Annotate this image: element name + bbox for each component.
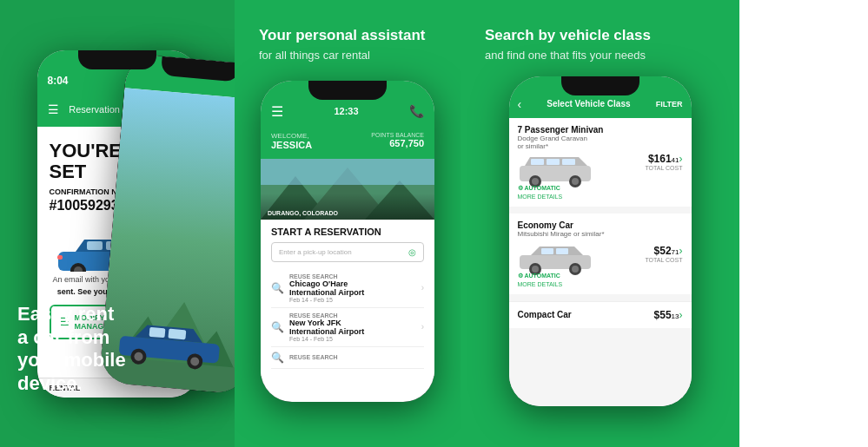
panel-3: Your personal assistant for all things c… xyxy=(235,0,461,447)
panel-3-title: Your personal assistant xyxy=(259,26,436,45)
panel-4-subtitle: and find one that fits your needs xyxy=(485,49,715,62)
points-value: 657,750 xyxy=(371,138,424,148)
reservation-section: START A RESERVATION Enter a pick-up loca… xyxy=(261,220,434,376)
reuse-label-3: REUSE SEARCH xyxy=(289,354,424,360)
vehicle-3-price: $55 xyxy=(654,309,672,321)
vehicle-3-name: Compact Car xyxy=(518,310,635,319)
vehicle-2-chevron-icon: › xyxy=(679,245,683,257)
vehicle-1-price-sup: 41 xyxy=(672,156,679,164)
points-label: POINTS BALANCE xyxy=(371,132,424,138)
svg-rect-28 xyxy=(562,159,575,165)
vehicle-1-model2: or similar* xyxy=(518,142,635,150)
svg-point-37 xyxy=(532,266,539,273)
phone-assistant: ☰ 12:33 📞 WELCOME, JESSICA POINTS BALANC… xyxy=(261,81,434,402)
panel-4: Search by vehicle class and find one tha… xyxy=(461,0,739,447)
vehicle-2-price: $52 xyxy=(654,245,672,257)
vehicle-1-price-label: TOTAL COST xyxy=(635,165,683,171)
panel-3-text: Your personal assistant for all things c… xyxy=(259,26,436,62)
vehicle-1-price-box: $161 41 › TOTAL COST xyxy=(635,153,683,171)
gps-icon: ◎ xyxy=(408,247,416,257)
svg-point-39 xyxy=(572,266,579,273)
phone-call-icon[interactable]: 📞 xyxy=(409,104,424,118)
vehicle-3-chevron-icon: › xyxy=(679,309,683,321)
hamburger-icon[interactable]: ☰ xyxy=(271,103,283,120)
reuse-label-2: REUSE SEARCH xyxy=(289,312,416,319)
phone-time: 8:04 xyxy=(48,75,69,87)
svg-point-30 xyxy=(532,178,539,185)
vehicle-2-name: Economy Car xyxy=(518,220,635,230)
pickup-input[interactable]: Enter a pick-up location ◎ xyxy=(271,242,424,262)
panel-3-subtitle: for all things car rental xyxy=(259,49,436,62)
svg-point-32 xyxy=(572,178,579,185)
panel-1: 8:04 ▲● ☰ Reservation Confirmed ✕ YOU'RE… xyxy=(0,0,235,447)
reuse-label-1: REUSE SEARCH xyxy=(289,273,416,279)
minivan-image xyxy=(518,150,596,189)
airport-2-dates: Feb 14 - Feb 15 xyxy=(289,336,416,342)
vehicle-2-price-box: $52 71 › TOTAL COST xyxy=(635,245,683,263)
back-arrow-icon[interactable]: ‹ xyxy=(518,97,522,111)
panel-4-title: Search by vehicle class xyxy=(485,26,715,45)
svg-rect-1 xyxy=(87,241,103,250)
start-reservation-title: START A RESERVATION xyxy=(271,227,424,237)
svg-rect-26 xyxy=(531,159,544,165)
vehicle-card-compact[interactable]: Compact Car $55 13 › xyxy=(509,301,692,328)
vehicle-1-more-details[interactable]: MORE DETAILS xyxy=(518,194,635,200)
search-icon-1: 🔍 xyxy=(271,282,284,294)
vehicle-2-model: Mitsubishi Mirage or similar* xyxy=(518,230,635,238)
filter-button[interactable]: FILTER xyxy=(656,100,683,108)
vehicle-list: 7 Passenger Minivan Dodge Grand Caravan … xyxy=(509,118,692,406)
svg-rect-34 xyxy=(541,248,553,254)
reuse-chevron-2: › xyxy=(421,322,424,332)
destination-image: DURANGO, COLORADO xyxy=(261,159,434,220)
airport-2-full: International Airport xyxy=(289,327,416,336)
welcome-label: WELCOME, xyxy=(271,132,312,140)
phone-4-notch xyxy=(561,76,639,95)
svg-rect-24 xyxy=(261,159,434,185)
reuse-search-1[interactable]: 🔍 REUSE SEARCH Chicago O'Hare Internatio… xyxy=(271,269,424,308)
airport-1-full: International Airport xyxy=(289,288,416,297)
search-icon-2: 🔍 xyxy=(271,321,284,333)
svg-rect-8 xyxy=(57,255,63,260)
welcome-name: JESSICA xyxy=(271,140,312,150)
vehicle-card-minivan[interactable]: 7 Passenger Minivan Dodge Grand Caravan … xyxy=(509,118,692,207)
phone-3-time: 12:33 xyxy=(334,106,358,116)
pickup-placeholder: Enter a pick-up location xyxy=(279,248,352,256)
airport-1-dates: Feb 14 - Feb 15 xyxy=(289,297,416,303)
vehicle-class-header-title: Select Vehicle Class xyxy=(547,99,630,108)
overlay-headline: Easily rent a car from your mobile devic… xyxy=(17,303,226,395)
reuse-search-3[interactable]: 🔍 REUSE SEARCH xyxy=(271,347,424,369)
vehicle-2-more-details[interactable]: MORE DETAILS xyxy=(518,281,635,287)
vehicle-3-price-box: $55 13 › xyxy=(635,309,683,321)
economy-car-image xyxy=(518,238,596,277)
vehicle-2-price-label: TOTAL COST xyxy=(635,257,683,263)
welcome-section: WELCOME, JESSICA POINTS BALANCE 657,750 xyxy=(261,128,434,159)
vehicle-3-price-sup: 13 xyxy=(672,312,679,320)
airport-2-name: New York JFK xyxy=(289,319,416,327)
panel-4-text: Search by vehicle class and find one tha… xyxy=(485,26,715,62)
vehicle-1-name: 7 Passenger Minivan xyxy=(518,125,635,135)
reuse-chevron-1: › xyxy=(421,283,424,293)
airport-1-name: Chicago O'Hare xyxy=(289,279,416,288)
phone-4-wrapper: ‹ Select Vehicle Class FILTER 7 Passenge… xyxy=(509,76,692,406)
panel-1-overlay-text: Easily rent a car from your mobile devic… xyxy=(17,303,226,395)
svg-rect-27 xyxy=(547,159,560,165)
svg-rect-35 xyxy=(556,248,568,254)
phone-notch xyxy=(78,50,156,69)
phone-vehicle-class: ‹ Select Vehicle Class FILTER 7 Passenge… xyxy=(509,76,692,406)
reuse-search-2[interactable]: 🔍 REUSE SEARCH New York JFK Internationa… xyxy=(271,308,424,347)
phone-3-wrapper: ☰ 12:33 📞 WELCOME, JESSICA POINTS BALANC… xyxy=(261,81,434,402)
phone-3-notch xyxy=(308,81,387,100)
destination-label: DURANGO, COLORADO xyxy=(268,210,338,216)
search-icon-3: 🔍 xyxy=(271,352,284,364)
vehicle-2-price-sup: 71 xyxy=(672,248,679,256)
vehicle-1-chevron-icon: › xyxy=(679,153,683,165)
vehicle-1-price: $161 xyxy=(648,153,672,165)
vehicle-1-model: Dodge Grand Caravan xyxy=(518,135,635,142)
vehicle-card-economy[interactable]: Economy Car Mitsubishi Mirage or similar… xyxy=(509,214,692,294)
